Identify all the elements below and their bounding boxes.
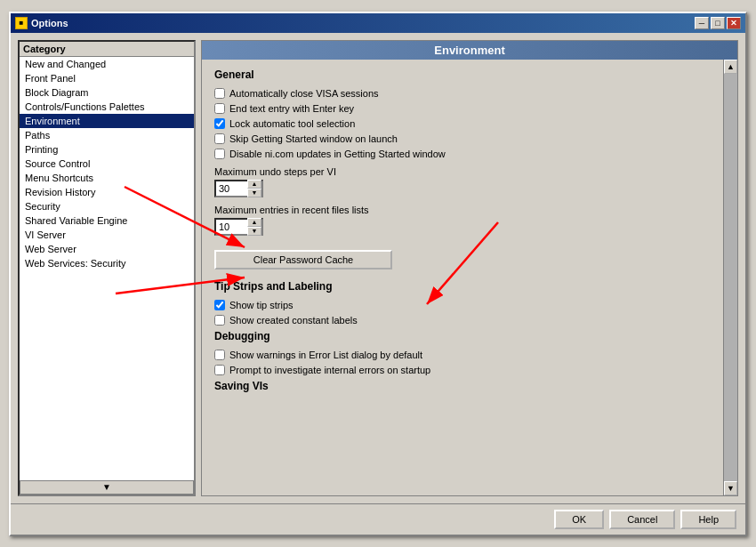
checkbox-label-1-1: Show created constant labels [229,315,358,326]
minimize-button[interactable]: ─ [695,17,709,29]
spinner-buttons-0: ▲▼ [247,180,261,197]
category-item-7[interactable]: Source Control [20,157,194,171]
checkbox-label-0-0: Automatically close VISA sessions [229,88,379,99]
checkbox-row-0-1: End text entry with Enter key [214,103,711,114]
checkbox-0-4[interactable] [214,149,225,159]
checkbox-row-2-1: Prompt to investigate internal errors on… [214,365,711,375]
help-button[interactable]: Help [680,510,736,529]
checkbox-1-0[interactable] [214,300,225,310]
category-item-11[interactable]: Shared Variable Engine [20,213,194,228]
dialog-body: Category New and ChangedFront PanelBlock… [11,33,745,503]
category-item-5[interactable]: Paths [20,128,194,142]
category-item-3[interactable]: Controls/Functions Palettes [20,100,194,114]
field-group-0: Maximum undo steps per VI▲▼ [214,166,711,197]
maximize-button[interactable]: □ [711,17,725,29]
category-item-8[interactable]: Menu Shortcuts [20,171,194,185]
title-buttons: ─ □ ✕ [695,17,741,29]
field-group-1: Maximum entries in recent files lists▲▼ [214,205,711,236]
title-bar-left: ■ Options [15,17,68,29]
checkbox-row-1-0: Show tip strips [214,300,711,310]
field-label-0: Maximum undo steps per VI [214,166,711,177]
window-title: Options [31,18,68,28]
spinner-buttons-1: ▲▼ [247,218,261,236]
category-item-9[interactable]: Revision History [20,185,194,199]
ok-button[interactable]: OK [554,510,604,529]
category-item-10[interactable]: Security [20,199,194,213]
spinner-0: ▲▼ [214,180,263,197]
category-item-14[interactable]: Web Services: Security [20,256,194,270]
checkbox-label-0-3: Skip Getting Started window on launch [229,133,398,144]
spinner-1: ▲▼ [214,218,263,236]
spinner-input-0[interactable] [216,182,247,195]
checkbox-label-0-2: Lock automatic tool selection [229,118,355,129]
category-list: New and ChangedFront PanelBlock DiagramC… [20,57,194,480]
field-label-1: Maximum entries in recent files lists [214,205,711,215]
checkbox-1-1[interactable] [214,315,225,326]
close-button[interactable]: ✕ [727,17,741,29]
checkbox-2-0[interactable] [214,350,225,360]
checkbox-label-1-0: Show tip strips [229,300,294,310]
settings-content: GeneralAutomatically close VISA sessions… [202,60,723,495]
checkbox-row-0-3: Skip Getting Started window on launch [214,133,711,144]
checkbox-0-2[interactable] [214,118,225,129]
right-scrollbar: ▲ ▼ [723,60,737,495]
category-item-12[interactable]: VI Server [20,228,194,242]
spinner-down-1[interactable]: ▼ [247,227,261,236]
cancel-button[interactable]: Cancel [609,510,675,529]
window-icon: ■ [15,17,28,29]
checkbox-label-0-1: End text entry with Enter key [229,103,354,114]
settings-panel: Environment GeneralAutomatically close V… [201,40,738,496]
category-item-0[interactable]: New and Changed [20,57,194,71]
category-item-4[interactable]: Environment [20,114,194,128]
checkbox-0-1[interactable] [214,103,225,114]
scroll-down-btn[interactable]: ▼ [724,481,737,495]
checkbox-row-0-0: Automatically close VISA sessions [214,88,711,99]
dialog-footer: OK Cancel Help [11,503,745,535]
settings-header: Environment [202,41,737,60]
checkbox-row-1-1: Show created constant labels [214,315,711,326]
section-title-1: Tip Strips and Labeling [214,280,711,293]
checkbox-0-3[interactable] [214,133,225,144]
spinner-input-1[interactable] [216,221,247,233]
checkbox-row-0-4: Disable ni.com updates in Getting Starte… [214,149,711,159]
section-title-2: Debugging [214,330,711,342]
checkbox-2-1[interactable] [214,365,225,375]
category-panel: Category New and ChangedFront PanelBlock… [18,40,196,496]
category-item-13[interactable]: Web Server [20,242,194,256]
section-title-3: Saving VIs [214,380,711,392]
checkbox-0-0[interactable] [214,88,225,99]
category-item-6[interactable]: Printing [20,142,194,157]
category-item-1[interactable]: Front Panel [20,71,194,85]
checkbox-label-0-4: Disable ni.com updates in Getting Starte… [229,149,446,159]
checkbox-label-2-0: Show warnings in Error List dialog by de… [229,350,422,360]
spinner-up-1[interactable]: ▲ [247,218,261,227]
checkbox-row-0-2: Lock automatic tool selection [214,118,711,129]
clear-password-cache-button[interactable]: Clear Password Cache [214,250,392,269]
checkbox-label-2-1: Prompt to investigate internal errors on… [229,365,430,375]
category-item-2[interactable]: Block Diagram [20,85,194,100]
scroll-track[interactable] [724,74,737,481]
checkbox-row-2-0: Show warnings in Error List dialog by de… [214,350,711,360]
settings-content-area: GeneralAutomatically close VISA sessions… [202,60,737,495]
scroll-down-arrow[interactable]: ▼ [20,480,194,495]
section-title-0: General [214,68,711,81]
title-bar: ■ Options ─ □ ✕ [11,13,745,33]
spinner-up-0[interactable]: ▲ [247,180,261,189]
spinner-down-0[interactable]: ▼ [247,189,261,197]
scroll-up-btn[interactable]: ▲ [724,60,737,74]
options-dialog: ■ Options ─ □ ✕ Category New and Changed… [9,12,747,536]
category-header: Category [20,42,194,57]
